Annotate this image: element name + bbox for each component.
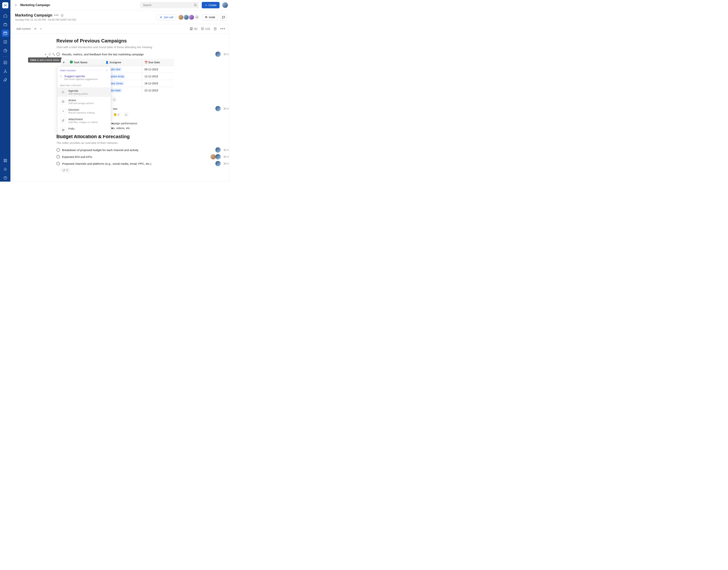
svg-point-5	[5, 69, 5, 70]
section-subtitle: The seller provides an overview of their…	[56, 141, 185, 145]
stack-check-icon	[190, 27, 193, 30]
duration: 30 mins	[223, 149, 229, 152]
user-avatar[interactable]	[222, 2, 228, 8]
nav-home[interactable]	[2, 12, 9, 19]
user-icon: 👤	[105, 61, 108, 64]
radio-icon[interactable]	[56, 52, 60, 56]
nav-bar-chart[interactable]	[2, 59, 9, 66]
avatar-stack[interactable]: +4	[178, 14, 200, 20]
popover-item-polls[interactable]: Polls	[57, 125, 111, 133]
smile-plus-icon	[125, 113, 128, 116]
block-popover: Adam Assistant Suggest agenda Get smart …	[57, 66, 111, 135]
smile-plus-icon	[113, 98, 116, 101]
nav-checkbox[interactable]	[2, 38, 9, 45]
col-assignee: 👤Assignee	[103, 59, 142, 66]
list-icon[interactable]	[48, 53, 51, 56]
agenda-item[interactable]: ↖ Click to add a block below Results, me…	[56, 52, 185, 56]
plus-icon[interactable]	[44, 53, 47, 56]
plus-icon[interactable]	[34, 27, 37, 30]
nav-attachment[interactable]	[2, 76, 9, 83]
agenda-item[interactable]: Proposed channels and platforms (e.g., s…	[56, 162, 185, 165]
svg-rect-11	[5, 161, 7, 162]
app-logo[interactable]	[2, 2, 8, 8]
avatar-more[interactable]: +4	[194, 14, 200, 20]
popover-item-decision[interactable]: DecisionRecord decision making	[57, 106, 111, 116]
link-icon	[63, 169, 65, 172]
agenda-text: Expected ROI and KPIs	[62, 155, 92, 159]
search-box	[140, 2, 199, 8]
agenda-item[interactable]: Breakdown of proposed budget for each ch…	[56, 148, 185, 152]
emoji-thinking-icon: 🤔	[113, 113, 117, 116]
chat-button[interactable]	[220, 14, 227, 20]
radio-icon[interactable]	[56, 162, 60, 165]
link-pill[interactable]: 2	[61, 168, 70, 172]
invite-button[interactable]: Invite	[202, 14, 218, 20]
page-more-icon[interactable]: •••	[54, 13, 59, 17]
nav-apps[interactable]	[2, 157, 9, 164]
svg-point-15	[206, 16, 207, 17]
sparkle-icon	[60, 75, 63, 78]
avatar	[215, 161, 221, 166]
popover-item-attachment[interactable]: AttachmentAdd files, images or videos	[57, 116, 111, 125]
radio-icon[interactable]	[56, 148, 60, 152]
check-icon	[70, 61, 73, 63]
svg-point-14	[194, 4, 196, 6]
duration: 30 mins	[223, 155, 229, 158]
nav-branch[interactable]	[2, 68, 9, 75]
agenda-item[interactable]: Expected ROI and KPIs 30 mins	[56, 155, 185, 159]
col-due: 📅Due Date	[142, 59, 174, 66]
search-icon[interactable]	[194, 3, 197, 7]
join-call-button[interactable]: Join call	[157, 14, 176, 20]
logo-small-icon	[160, 16, 163, 19]
nav-chart-pie[interactable]	[2, 47, 9, 54]
reactions-row: 🤔2	[111, 112, 185, 117]
notes-icon[interactable]	[214, 27, 217, 30]
nav-calendar[interactable]	[2, 30, 9, 37]
chevron-right-icon[interactable]	[14, 3, 18, 7]
join-call-label: Join call	[164, 16, 173, 19]
counter-checks[interactable]: (6)	[190, 27, 197, 30]
list-item[interactable]: mpaign performance.	[115, 121, 185, 126]
popover-item-agenda[interactable]: AgendaAdd talking points	[57, 87, 111, 97]
radio-icon[interactable]	[56, 155, 60, 159]
avatar	[183, 14, 189, 20]
duration: 30 mins	[223, 162, 229, 165]
col-task: Task Name	[67, 59, 103, 66]
paperclip-icon	[60, 117, 66, 123]
more-icon[interactable]: •••	[220, 27, 225, 31]
section-subtitle: Start with a brief introduction and roun…	[56, 45, 185, 49]
counter-layers[interactable]: (10)	[201, 27, 210, 30]
nav-settings[interactable]	[2, 166, 9, 173]
popover-item-action[interactable]: ActionAdd and assign actions	[57, 97, 111, 106]
document-body: Review of Previous Campaigns Start with …	[13, 34, 229, 182]
sidebar	[0, 0, 10, 182]
svg-rect-0	[4, 24, 7, 26]
agenda-text: Breakdown of proposed budget for each ch…	[62, 149, 139, 152]
reaction-pill[interactable]: 🤔2	[111, 112, 122, 117]
branch-icon[interactable]	[52, 53, 55, 56]
checkbox-icon	[60, 98, 66, 105]
popover-section-label: MEETING CONTENT	[57, 82, 111, 87]
agenda-text: Proposed channels and platforms (e.g., s…	[62, 162, 151, 165]
svg-rect-8	[4, 159, 5, 161]
create-button[interactable]: Create	[202, 2, 220, 8]
list-item[interactable]: ies, videos, etc.	[115, 126, 185, 130]
page-header: Marketing Campaign ••• Sunday Feb 15, 01…	[10, 10, 231, 24]
svg-rect-9	[5, 159, 7, 161]
sidebar-divider	[3, 56, 8, 57]
add-reaction-button[interactable]	[111, 97, 117, 102]
calendar-icon: 📅	[145, 61, 148, 64]
nav-help[interactable]	[2, 175, 9, 182]
suggest-agenda[interactable]: Suggest agenda Get smart agenda suggesti…	[57, 73, 111, 82]
avatar	[215, 106, 221, 111]
svg-point-12	[5, 169, 6, 170]
add-content-label: Add content:	[16, 27, 31, 30]
layers-icon	[201, 27, 204, 30]
search-input[interactable]	[140, 2, 199, 8]
poll-icon	[60, 127, 66, 133]
star-icon[interactable]	[60, 14, 64, 17]
chevron-down-icon[interactable]	[39, 27, 43, 30]
sparkle-icon	[105, 69, 108, 72]
add-reaction-button[interactable]	[123, 112, 129, 117]
nav-briefcase[interactable]	[2, 21, 9, 28]
